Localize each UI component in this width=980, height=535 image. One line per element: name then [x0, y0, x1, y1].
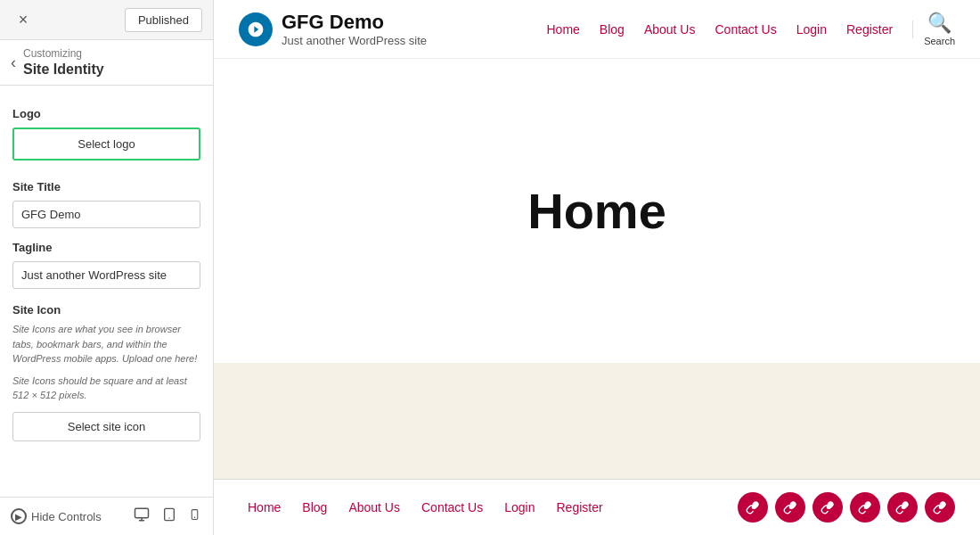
search-area[interactable]: 🔍 Search	[924, 12, 955, 46]
brand-logo-icon	[239, 12, 273, 46]
published-button[interactable]: Published	[125, 8, 202, 32]
panel-scroll-area: Logo Select logo Site Title Tagline Site…	[0, 86, 213, 497]
panel-header: × Published	[0, 0, 213, 40]
site-icon-label: Site Icon	[12, 303, 200, 317]
site-brand: GFG Demo Just another WordPress site	[239, 11, 427, 47]
social-icon-5[interactable]	[887, 492, 918, 523]
site-title-label: Site Title	[12, 180, 200, 193]
logo-label: Logo	[12, 107, 200, 120]
hide-controls-button[interactable]: ▶ Hide Controls	[11, 508, 102, 524]
social-icon-4[interactable]	[850, 492, 880, 523]
social-icon-1[interactable]	[738, 492, 768, 523]
footer-contact[interactable]: Contact Us	[412, 497, 492, 518]
tagline-input[interactable]	[12, 261, 200, 289]
footer-blog[interactable]: Blog	[293, 497, 336, 518]
select-logo-button[interactable]: Select logo	[12, 128, 200, 160]
social-icon-6[interactable]	[925, 492, 955, 523]
panel-nav: ‹ Customizing Site Identity	[0, 40, 213, 86]
hide-controls-icon: ▶	[11, 508, 27, 524]
tan-section	[214, 363, 980, 479]
back-button[interactable]: ‹	[11, 54, 16, 72]
hide-controls-label: Hide Controls	[31, 510, 102, 523]
nav-contact[interactable]: Contact Us	[706, 19, 785, 40]
preview-area: GFG Demo Just another WordPress site Hom…	[214, 0, 980, 535]
footer-login[interactable]: Login	[495, 497, 543, 518]
svg-rect-0	[135, 508, 149, 518]
social-icon-2[interactable]	[775, 492, 805, 523]
nav-blog[interactable]: Blog	[591, 19, 633, 40]
nav-separator	[912, 21, 913, 38]
nav-login[interactable]: Login	[788, 19, 836, 40]
nav-register[interactable]: Register	[837, 19, 902, 40]
tablet-view-button[interactable]	[160, 505, 178, 528]
footer-home[interactable]: Home	[239, 497, 290, 518]
hero-section: Home	[214, 59, 980, 363]
nav-about[interactable]: About Us	[635, 19, 705, 40]
footer-icons	[738, 492, 955, 523]
footer-about[interactable]: About Us	[339, 497, 409, 518]
panel-main-title: Site Identity	[23, 62, 104, 78]
brand-title: GFG Demo	[282, 11, 427, 34]
social-icon-3[interactable]	[813, 492, 843, 523]
footer-register[interactable]: Register	[548, 497, 612, 518]
panel-footer: ▶ Hide Controls	[0, 497, 213, 535]
hero-title: Home	[527, 182, 666, 240]
panel-nav-title: Customizing	[23, 47, 104, 60]
site-header: GFG Demo Just another WordPress site Hom…	[214, 0, 980, 59]
brand-tagline: Just another WordPress site	[282, 34, 427, 47]
site-title-input[interactable]	[12, 201, 200, 228]
svg-rect-3	[165, 508, 175, 520]
footer-nav: Home Blog About Us Contact Us Login Regi…	[239, 497, 612, 518]
mobile-view-button[interactable]	[187, 505, 202, 528]
device-icons	[132, 505, 202, 528]
search-icon: 🔍	[927, 12, 951, 35]
select-site-icon-button[interactable]: Select site icon	[12, 412, 200, 441]
site-nav: Home Blog About Us Contact Us Login Regi…	[538, 12, 956, 46]
tagline-label: Tagline	[12, 241, 200, 254]
site-icon-note: Site Icons should be square and at least…	[12, 374, 200, 403]
search-label: Search	[924, 36, 955, 46]
nav-home[interactable]: Home	[538, 19, 589, 40]
close-button[interactable]: ×	[11, 7, 36, 32]
customizer-panel: × Published ‹ Customizing Site Identity …	[0, 0, 214, 535]
site-icon-desc: Site Icons are what you see in browser t…	[12, 322, 200, 366]
site-footer: Home Blog About Us Contact Us Login Regi…	[214, 479, 980, 535]
brand-text: GFG Demo Just another WordPress site	[282, 11, 427, 47]
desktop-view-button[interactable]	[132, 505, 151, 528]
